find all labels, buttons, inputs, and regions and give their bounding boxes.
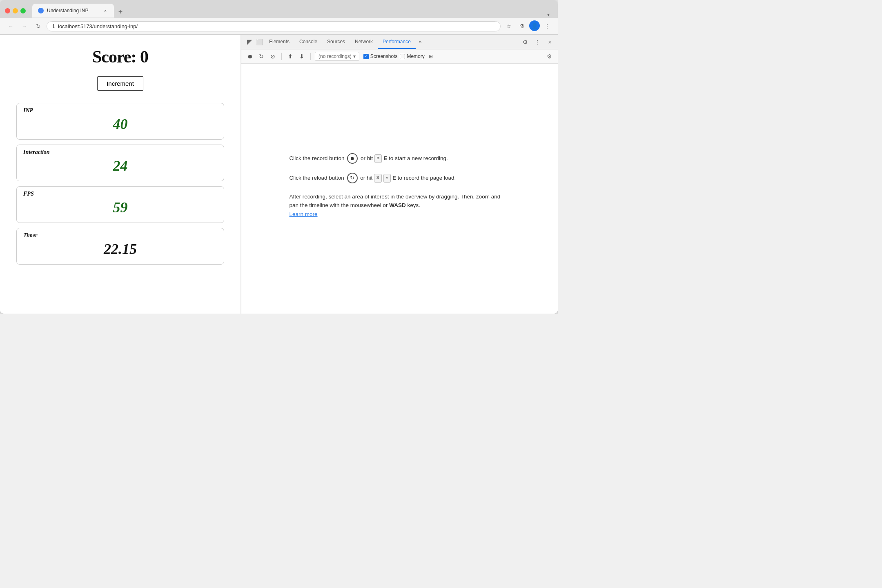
tab-bar: Understanding INP × + ▾ <box>32 4 553 18</box>
increment-button[interactable]: Increment <box>97 76 143 91</box>
new-tab-button[interactable]: + <box>115 6 126 18</box>
tab-title: Understanding INP <box>47 8 88 13</box>
devtools-actions: ⚙ ⋮ × <box>520 37 555 47</box>
fps-value: 59 <box>23 199 217 216</box>
interaction-label: Interaction <box>23 149 50 156</box>
tab-elements[interactable]: Elements <box>264 35 294 49</box>
performance-content: Click the record button ⏺ or hit ⌘ E to … <box>241 64 558 314</box>
reload-shortcut-kbd: ⌘ <box>374 174 382 183</box>
tab-list-chevron-icon[interactable]: ▾ <box>547 12 551 18</box>
record-key-label: E <box>383 155 387 161</box>
main-area: Score: 0 Increment INP 40 Interaction 24… <box>0 35 558 314</box>
timer-card: Timer 22.15 <box>16 228 224 265</box>
recordings-chevron-icon: ▾ <box>353 53 356 59</box>
score-label: Score: <box>92 47 136 66</box>
back-button[interactable]: ← <box>5 20 16 32</box>
timer-value: 22.15 <box>23 241 217 258</box>
inp-card: INP 40 <box>16 103 224 140</box>
clear-button[interactable]: ⊘ <box>268 52 277 61</box>
score-display: Score: 0 <box>16 47 224 67</box>
checkbox-group: Screenshots Memory ⊞ <box>363 53 434 60</box>
browser-window: Understanding INP × + ▾ ← → ↻ ℹ localhos… <box>0 0 558 314</box>
interaction-value: 24 <box>23 157 217 174</box>
reload-instruction: Click the reload button ↻ or hit ⌘ ⇧ E t… <box>290 173 510 183</box>
recordings-dropdown[interactable]: (no recordings) ▾ <box>315 52 359 61</box>
reload-key-label: E <box>392 174 396 180</box>
devtools-close-icon[interactable]: × <box>545 37 555 47</box>
timer-label: Timer <box>23 232 37 239</box>
download-button[interactable]: ⬇ <box>297 52 306 61</box>
tab-console[interactable]: Console <box>294 35 322 49</box>
shift-key-kbd: ⇧ <box>383 174 391 183</box>
devtools-panel: ◤ ⬜ Elements Console Sources Network Per… <box>241 35 558 314</box>
memory-label: Memory <box>407 53 424 59</box>
more-tabs-button[interactable]: » <box>416 39 425 45</box>
forward-button[interactable]: → <box>19 20 30 32</box>
fps-card: FPS 59 <box>16 186 224 223</box>
toolbar-separator-2 <box>310 53 311 60</box>
reload-record-button[interactable]: ↻ <box>257 52 266 61</box>
web-content: Score: 0 Increment INP 40 Interaction 24… <box>0 35 241 314</box>
toolbar: ← → ↻ ℹ localhost:5173/understanding-inp… <box>0 18 558 35</box>
memory-checkbox-box[interactable] <box>400 54 405 59</box>
inp-value: 40 <box>23 116 217 133</box>
toolbar-actions: ☆ ⚗ 👤 ⋮ <box>503 20 553 32</box>
devtools-tabs: ◤ ⬜ Elements Console Sources Network Per… <box>241 35 558 49</box>
tab-close-button[interactable]: × <box>102 8 108 13</box>
toolbar-separator <box>281 53 282 60</box>
device-toolbar-icon[interactable]: ⬜ <box>254 37 264 47</box>
capture-settings-icon[interactable]: ⊞ <box>427 53 434 60</box>
interaction-card: Interaction 24 <box>16 145 224 181</box>
secure-icon: ℹ <box>53 23 55 29</box>
close-button[interactable] <box>5 8 10 13</box>
reload-button[interactable]: ↻ <box>33 20 44 32</box>
url-text: localhost:5173/understanding-inp/ <box>58 23 138 29</box>
tab-sources[interactable]: Sources <box>322 35 350 49</box>
active-tab[interactable]: Understanding INP × <box>32 4 114 18</box>
record-button[interactable]: ⏺ <box>245 52 254 61</box>
inspect-element-icon[interactable]: ◤ <box>245 37 254 47</box>
score-value: 0 <box>140 47 148 66</box>
profile-button[interactable]: 👤 <box>529 20 540 31</box>
inp-label: INP <box>23 107 33 114</box>
traffic-lights <box>5 8 26 13</box>
perf-instructions: Click the record button ⏺ or hit ⌘ E to … <box>290 153 510 225</box>
tab-performance[interactable]: Performance <box>378 35 416 49</box>
record-shortcut-kbd: ⌘ <box>374 154 382 163</box>
more-options-button[interactable]: ⋮ <box>541 20 553 32</box>
screenshots-checkbox-box[interactable] <box>363 54 369 59</box>
upload-button[interactable]: ⬆ <box>286 52 295 61</box>
experiments-button[interactable]: ⚗ <box>516 20 528 32</box>
record-instruction-text: Click the record button ⏺ or hit ⌘ E to … <box>290 153 448 164</box>
maximize-button[interactable] <box>20 8 26 13</box>
minimize-button[interactable] <box>13 8 18 13</box>
perf-settings-button[interactable]: ⚙ <box>545 52 554 61</box>
tab-favicon-icon <box>38 8 44 13</box>
learn-more-link[interactable]: Learn more <box>290 211 318 217</box>
tab-network[interactable]: Network <box>350 35 378 49</box>
record-instruction: Click the record button ⏺ or hit ⌘ E to … <box>290 153 510 164</box>
address-bar[interactable]: ℹ localhost:5173/understanding-inp/ <box>47 21 501 31</box>
devtools-settings-icon[interactable]: ⚙ <box>520 37 530 47</box>
memory-checkbox[interactable]: Memory <box>400 53 424 59</box>
wasd-keys-label: WASD <box>389 202 406 208</box>
title-bar: Understanding INP × + ▾ <box>0 0 558 18</box>
screenshots-checkbox[interactable]: Screenshots <box>363 53 398 59</box>
after-recording-text: After recording, select an area of inter… <box>290 192 510 219</box>
bookmark-button[interactable]: ☆ <box>503 20 514 32</box>
performance-toolbar: ⏺ ↻ ⊘ ⬆ ⬇ (no recordings) ▾ Screenshots <box>241 49 558 64</box>
screenshots-label: Screenshots <box>370 53 398 59</box>
fps-label: FPS <box>23 191 34 197</box>
devtools-more-options-icon[interactable]: ⋮ <box>532 37 542 47</box>
recordings-label: (no recordings) <box>318 53 352 59</box>
reload-instruction-text: Click the reload button ↻ or hit ⌘ ⇧ E t… <box>290 173 456 183</box>
